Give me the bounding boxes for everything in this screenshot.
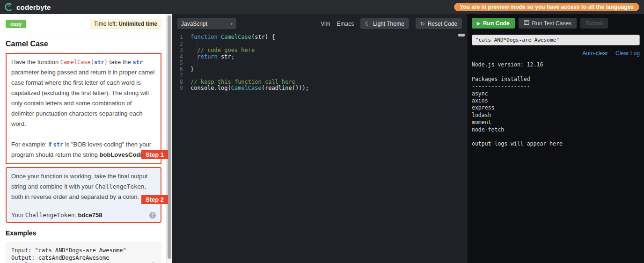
submit-button[interactable]: Submit	[580, 18, 608, 29]
difficulty-badge: easy	[6, 20, 26, 28]
coderbyte-logo-text: coderbyte	[16, 3, 51, 11]
emacs-mode-link[interactable]: Emacs	[337, 21, 354, 27]
left-panel-scrollbar-thumb[interactable]	[168, 15, 171, 259]
console-output-line: moment	[472, 119, 640, 126]
console-output: Node.js version: 12.16Packages installed…	[472, 61, 640, 148]
console-output-line	[472, 133, 640, 140]
play-icon: ▶	[477, 21, 480, 26]
code-line[interactable]: 4 return str;	[172, 54, 467, 60]
step1-description-box: Have the function CamelCase(str) take th…	[6, 53, 161, 164]
challenge-token-row: Your ChallengeToken: bdce758 ?	[11, 212, 156, 219]
main-layout: easy Time left: Unlimited time Camel Cas…	[0, 14, 644, 263]
console-output-line: node-fetch	[472, 126, 640, 133]
console-panel: ▶ Run Code Run Test Cases Submit Auto-cl…	[467, 14, 644, 263]
step2-badge: Step 2	[141, 195, 168, 204]
description-paragraph-1: Have the function CamelCase(str) take th…	[11, 57, 156, 129]
badges-row: easy Time left: Unlimited time	[6, 19, 161, 29]
light-theme-label: Light Theme	[373, 21, 404, 27]
editor-toolbar: JavaScript ▾ Vim Emacs ☾ Light Theme ↻ R…	[172, 14, 467, 33]
description-paragraph-2: For example: if str is "BOB loves-coding…	[11, 139, 156, 160]
code-line[interactable]: 7	[172, 73, 467, 79]
moon-icon: ☾	[365, 21, 370, 27]
code-line[interactable]: 8// keep this function call here	[172, 79, 467, 86]
code-line[interactable]: 1function CamelCase(str) {	[172, 34, 467, 41]
console-buttons-row: ▶ Run Code Run Test Cases Submit	[472, 18, 640, 29]
code-editor-panel: JavaScript ▾ Vim Emacs ☾ Light Theme ↻ R…	[172, 14, 467, 263]
code-line[interactable]: 2	[172, 41, 467, 48]
run-code-button[interactable]: ▶ Run Code	[472, 18, 515, 29]
language-select-value: JavaScript	[181, 21, 207, 27]
test-cases-icon	[524, 20, 529, 27]
console-output-line: lodash	[472, 112, 640, 119]
indent-guide	[197, 43, 198, 67]
help-icon[interactable]: ?	[149, 212, 156, 219]
console-output-line: async	[472, 90, 640, 97]
challenge-token-text: Your ChallengeToken: bdce758	[11, 212, 102, 219]
example-block-1: Input: "cats AND*Dogs-are Awesome" Outpu…	[6, 241, 161, 263]
editor-scrollbar-thumb[interactable]	[458, 34, 465, 37]
console-links-row: Auto-clear Clear Log	[472, 50, 640, 57]
light-theme-button[interactable]: ☾ Light Theme	[360, 18, 409, 29]
step1-badge: Step 1	[141, 150, 168, 159]
reset-code-button[interactable]: ↻ Reset Code	[416, 18, 462, 29]
editor-toolbar-right: Vim Emacs ☾ Light Theme ↻ Reset Code	[321, 18, 462, 29]
examples-heading: Examples	[6, 229, 161, 237]
code-editor[interactable]: 1function CamelCase(str) {23 // code goe…	[172, 33, 467, 92]
preview-mode-banner: You are in preview mode so you have acce…	[454, 3, 639, 11]
time-left-label: Time left:	[94, 21, 118, 27]
code-line[interactable]: 6}	[172, 66, 467, 73]
code-line[interactable]: 5	[172, 60, 467, 66]
run-code-label: Run Code	[483, 20, 510, 27]
console-output-line: ------------------	[472, 83, 640, 90]
challenge-content: easy Time left: Unlimited time Camel Cas…	[0, 14, 172, 263]
run-test-cases-button[interactable]: Run Test Cases	[519, 18, 577, 29]
left-panel-scrollbar-track[interactable]	[166, 14, 172, 263]
challenge-panel: easy Time left: Unlimited time Camel Cas…	[0, 14, 172, 263]
code-lines: 1function CamelCase(str) {23 // code goe…	[172, 34, 467, 92]
submit-label: Submit	[585, 20, 603, 27]
run-test-cases-label: Run Test Cases	[532, 20, 572, 27]
page-title: Camel Case	[6, 40, 161, 48]
time-left-badge: Time left: Unlimited time	[90, 19, 161, 29]
coderbyte-logo-icon: >	[5, 3, 13, 11]
code-line[interactable]: 9console.log(CamelCase(readline()));	[172, 85, 467, 92]
console-output-line	[472, 68, 640, 75]
auto-clear-link[interactable]: Auto-clear	[582, 50, 608, 57]
console-output-line: express	[472, 104, 640, 111]
title-divider	[6, 34, 161, 34]
stdin-input[interactable]	[472, 35, 640, 45]
console-output-line: Packages installed	[472, 76, 640, 83]
language-select[interactable]: JavaScript ▾	[177, 18, 236, 29]
reset-code-label: Reset Code	[428, 21, 457, 27]
top-header: > coderbyte You are in preview mode so y…	[0, 0, 644, 14]
console-output-line: Node.js version: 12.16	[472, 61, 640, 68]
coderbyte-logo[interactable]: > coderbyte	[5, 3, 51, 11]
clear-log-link[interactable]: Clear Log	[615, 50, 640, 57]
time-left-value: Unlimited time	[118, 21, 157, 27]
chevron-down-icon: ▾	[230, 22, 233, 26]
vim-mode-link[interactable]: Vim	[321, 21, 330, 27]
console-output-line: output logs will appear here	[472, 140, 640, 147]
step2-paragraph: Once your function is working, take the …	[11, 171, 156, 202]
step2-token-box: Once your function is working, take the …	[6, 167, 161, 223]
console-output-line: axios	[472, 97, 640, 104]
reset-icon: ↻	[420, 21, 425, 27]
code-line[interactable]: 3 // code goes here	[172, 47, 467, 54]
